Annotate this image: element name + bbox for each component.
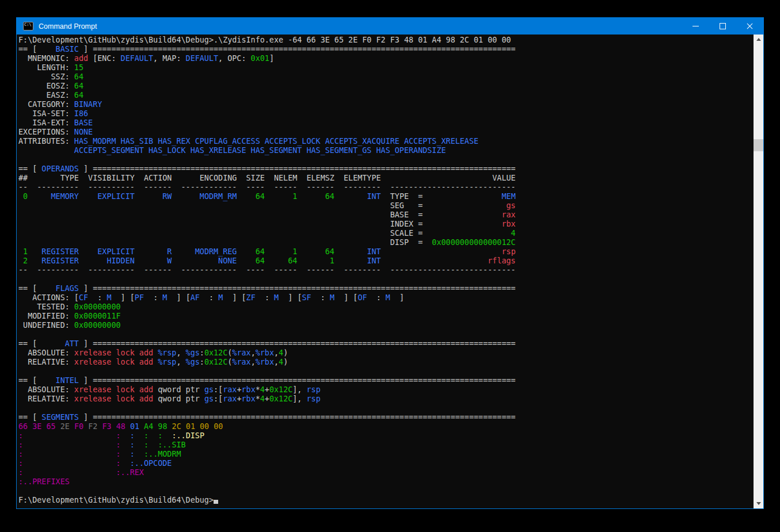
console-line [18, 404, 753, 413]
text-cursor [214, 500, 218, 504]
console-line: MNEMONIC: add [ENC: DEFAULT, MAP: DEFAUL… [18, 54, 753, 63]
console-line: SEG = gs [18, 201, 753, 210]
console-line: CATEGORY: BINARY [18, 100, 753, 109]
console-line: == [ SEGMENTS ] ========================… [18, 413, 753, 422]
console-line: == [ BASIC ] ===========================… [18, 45, 753, 54]
console-line: : : : :..MODRM [18, 450, 753, 459]
titlebar[interactable]: C:\ Command Prompt [17, 18, 763, 35]
console-line: == [ ATT ] =============================… [18, 339, 753, 349]
console-line: 1 REGISTER EXPLICIT R MODRM_REG 64 1 64 … [18, 247, 753, 257]
maximize-icon [720, 23, 726, 29]
console-line: : : :..OPCODE [18, 459, 753, 468]
console-line: : : : : :..SIB [18, 441, 753, 450]
console-line: RELATIVE: xrelease lock add qword ptr gs… [18, 395, 753, 404]
console-output[interactable]: F:\Development\GitHub\zydis\Build64\Debu… [18, 36, 753, 508]
close-button[interactable] [736, 18, 763, 35]
console-line: EASZ: 64 [18, 91, 753, 100]
window-controls [682, 18, 763, 35]
console-line: ISA-SET: I86 [18, 109, 753, 118]
cmd-icon[interactable]: C:\ [23, 22, 33, 30]
console-line [18, 330, 753, 339]
console-line: F:\Development\GitHub\zydis\Build64\Debu… [18, 496, 753, 505]
console-line: EOSZ: 64 [18, 82, 753, 91]
console-line [18, 275, 753, 284]
console-line: EXCEPTIONS: NONE [18, 128, 753, 137]
maximize-button[interactable] [709, 18, 736, 35]
window-title: Command Prompt [39, 22, 682, 30]
console-content: F:\Development\GitHub\zydis\Build64\Debu… [17, 35, 763, 508]
console-line [18, 367, 753, 376]
command-prompt-window: C:\ Command Prompt F:\Development\GitHub… [16, 17, 764, 509]
scrollbar[interactable] [754, 35, 763, 508]
console-line: ISA-EXT: BASE [18, 118, 753, 128]
console-line: ACTIONS: [CF : M ] [PF : M ] [AF : M ] [… [18, 293, 753, 303]
console-line: 0 MEMORY EXPLICIT RW MODRM_RM 64 1 64 IN… [18, 192, 753, 201]
console-line: : : : : : :..DISP [18, 431, 753, 441]
console-line: LENGTH: 15 [18, 63, 753, 72]
console-line: F:\Development\GitHub\zydis\Build64\Debu… [18, 36, 753, 45]
scroll-up-arrow[interactable] [754, 35, 763, 44]
console-line: -- --------- ---------- ------ ---------… [18, 266, 753, 275]
console-line: TESTED: 0x00000000 [18, 303, 753, 312]
console-line: BASE = rax [18, 210, 753, 220]
console-line: :..PREFIXES [18, 477, 753, 487]
console-line: 2 REGISTER HIDDEN W NONE 64 64 1 INT rfl… [18, 257, 753, 266]
scroll-down-icon [756, 502, 761, 505]
scroll-down-arrow[interactable] [754, 499, 763, 508]
scrollbar-thumb[interactable] [754, 139, 763, 151]
console-line: RELATIVE: xrelease lock add %rsp, %gs:0x… [18, 358, 753, 367]
console-line: ABSOLUTE: xrelease lock add %rsp, %gs:0x… [18, 349, 753, 358]
console-line [18, 487, 753, 496]
console-line: -- --------- ---------- ------ ---------… [18, 183, 753, 192]
console-line: ACCEPTS_SEGMENT HAS_LOCK HAS_XRELEASE HA… [18, 146, 753, 155]
console-line: 66 3E 65 2E F0 F2 F3 48 01 A4 98 2C 01 0… [18, 422, 753, 431]
console-line: SCALE = 4 [18, 229, 753, 238]
console-line: DISP = 0x000000000000012C [18, 238, 753, 247]
console-line: UNDEFINED: 0x00000000 [18, 321, 753, 330]
console-line [18, 155, 753, 164]
console-line: == [ OPERANDS ] ========================… [18, 164, 753, 174]
console-line: == [ INTEL ] ===========================… [18, 376, 753, 385]
close-icon [746, 22, 754, 30]
console-line: ABSOLUTE: xrelease lock add qword ptr gs… [18, 385, 753, 395]
console-line: == [ FLAGS ] ===========================… [18, 284, 753, 293]
console-line: : :..REX [18, 468, 753, 477]
console-line: INDEX = rbx [18, 220, 753, 229]
scroll-up-icon [756, 38, 761, 41]
console-line: MODIFIED: 0x0000011F [18, 312, 753, 321]
console-line: ATTRIBUTES: HAS_MODRM HAS_SIB HAS_REX CP… [18, 137, 753, 146]
minimize-button[interactable] [682, 18, 709, 35]
minimize-icon [693, 26, 699, 26]
console-line: ## TYPE VISIBILITY ACTION ENCODING SIZE … [18, 174, 753, 183]
console-line: SSZ: 64 [18, 72, 753, 82]
